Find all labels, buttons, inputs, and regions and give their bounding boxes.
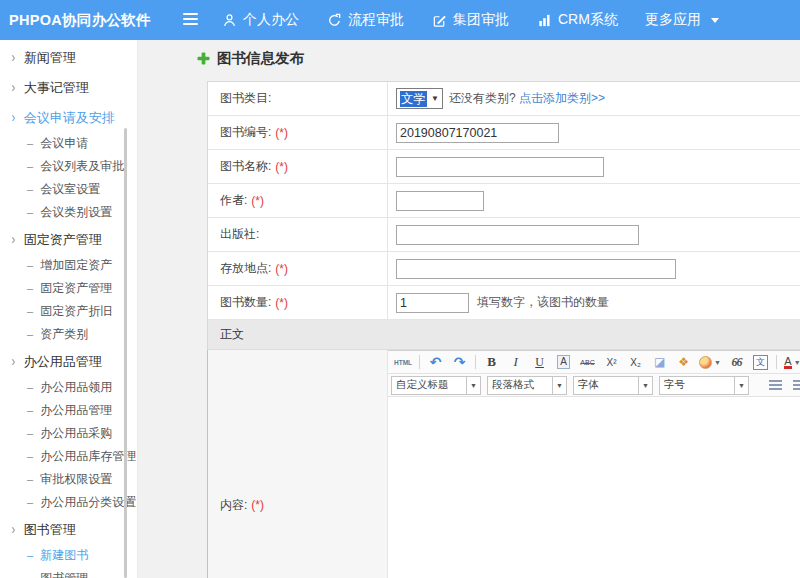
paste-text-button[interactable]: 文: [749, 352, 772, 372]
undo-button[interactable]: ↶: [424, 352, 447, 372]
chevron-right-icon: ›: [11, 102, 15, 132]
top-nav-item-5[interactable]: 更多应用: [645, 11, 719, 29]
sidebar-item-6[interactable]: –会议室设置: [0, 178, 137, 201]
hamburger-menu-icon[interactable]: [183, 13, 198, 28]
author-input[interactable]: [396, 191, 484, 211]
publisher-input[interactable]: [396, 225, 639, 245]
subscript-button[interactable]: X₂: [624, 352, 647, 372]
book-publish-form: 图书类目: 文学 ▼ 还没有类别? 点击添加类别>> 图书编号:(*)图书名称:…: [207, 81, 800, 578]
select-caret-icon: ▼: [552, 377, 566, 394]
font-color-button[interactable]: A▼: [781, 352, 800, 372]
sidebar-item-1[interactable]: ›新闻管理: [0, 42, 137, 72]
sidebar-scrollbar[interactable]: [124, 128, 127, 578]
sidebar-item-12[interactable]: –资产类别: [0, 323, 137, 346]
eraser-icon: ◪: [654, 355, 665, 369]
dash-icon: –: [27, 155, 33, 178]
form-row-book-name: 图书名称:(*): [208, 150, 800, 184]
format-brush-icon: ❖: [678, 355, 689, 369]
category-select[interactable]: 文学 ▼: [396, 88, 443, 109]
top-nav-item-4[interactable]: CRM系统: [536, 11, 618, 29]
sidebar-item-18[interactable]: –审批权限设置: [0, 468, 137, 491]
form-row-quantity: 图书数量:(*)填写数字，该图书的数量: [208, 286, 800, 320]
strikethrough-button[interactable]: ABC: [576, 352, 599, 372]
sidebar-item-14[interactable]: –办公用品领用: [0, 376, 137, 399]
add-category-link[interactable]: 点击添加类别>>: [519, 91, 605, 105]
chevron-right-icon: ›: [11, 42, 15, 72]
sidebar-item-9[interactable]: –增加固定资产: [0, 254, 137, 277]
quantity-label: 图书数量:: [220, 294, 271, 311]
form-row-book-number: 图书编号:(*): [208, 116, 800, 150]
eraser-button[interactable]: ◪: [648, 352, 671, 372]
sidebar-item-11[interactable]: –固定资产折旧: [0, 300, 137, 323]
top-nav-item-3[interactable]: 集团审批: [431, 11, 509, 29]
dash-icon: –: [27, 201, 33, 224]
sidebar-item-13[interactable]: ›办公用品管理: [0, 346, 137, 376]
select-caret-icon: ▼: [431, 94, 439, 103]
format-brush-button[interactable]: ❖: [672, 352, 695, 372]
editor-toolbar-row1: HTML↶↷BIUAABCX²X₂◪❖▼66文A▼✎▼▼▼: [388, 351, 800, 374]
rich-text-editor: HTML↶↷BIUAABCX²X₂◪❖▼66文A▼✎▼▼▼ 自定义标题▼段落格式…: [388, 350, 800, 578]
sidebar-item-4[interactable]: –会议申请: [0, 132, 137, 155]
align-center-button[interactable]: [788, 375, 800, 395]
top-nav: 个人办公流程审批集团审批CRM系统更多应用: [221, 0, 719, 40]
html-source-button[interactable]: HTML: [391, 352, 415, 372]
sidebar-item-16[interactable]: –办公用品采购: [0, 422, 137, 445]
subscript-icon: X₂: [630, 357, 641, 368]
sidebar-item-21[interactable]: –新建图书: [0, 544, 137, 567]
form-row-location: 存放地点:(*): [208, 252, 800, 286]
sidebar-item-5[interactable]: –会议列表及审批: [0, 155, 137, 178]
sidebar-item-8[interactable]: ›固定资产管理: [0, 224, 137, 254]
required-mark: (*): [275, 262, 288, 276]
sidebar-item-label: 办公用品采购: [40, 426, 112, 440]
sidebar-item-10[interactable]: –固定资产管理: [0, 277, 137, 300]
underline-button[interactable]: U: [528, 352, 551, 372]
sidebar-item-label: 增加固定资产: [40, 258, 112, 272]
superscript-button[interactable]: X²: [600, 352, 623, 372]
sidebar: ›新闻管理›大事记管理›会议申请及安排–会议申请–会议列表及审批–会议室设置–会…: [0, 40, 138, 578]
sidebar-item-2[interactable]: ›大事记管理: [0, 72, 137, 102]
sidebar-item-19[interactable]: –办公用品分类设置: [0, 491, 137, 514]
sidebar-item-7[interactable]: –会议类别设置: [0, 201, 137, 224]
paragraph-format-select[interactable]: 段落格式▼: [487, 376, 567, 395]
approval-edit-icon: [431, 12, 447, 28]
italic-button[interactable]: I: [504, 352, 527, 372]
category-label: 图书类目:: [220, 90, 271, 107]
font-style-box-button[interactable]: A: [552, 352, 575, 372]
dash-icon: –: [27, 491, 33, 514]
font-family-select-value: 字体: [578, 378, 634, 392]
book-name-label: 图书名称:: [220, 158, 271, 175]
top-nav-item-2[interactable]: 流程审批: [326, 11, 404, 29]
select-caret-icon: ▼: [466, 377, 480, 394]
required-mark: (*): [275, 296, 288, 310]
book-number-input[interactable]: [396, 123, 559, 143]
sidebar-item-label: 审批权限设置: [40, 472, 112, 486]
bold-button[interactable]: B: [480, 352, 503, 372]
blockquote-button[interactable]: 66: [725, 352, 748, 372]
paragraph-format-select-value: 段落格式: [492, 378, 548, 392]
font-size-select[interactable]: 字号▼: [659, 376, 749, 395]
quantity-input[interactable]: [396, 293, 469, 313]
custom-heading-select[interactable]: 自定义标题▼: [391, 376, 481, 395]
editor-content[interactable]: [388, 397, 800, 578]
caret-down-icon: [711, 18, 719, 23]
book-name-input[interactable]: [396, 157, 604, 177]
sidebar-item-22[interactable]: –图书管理: [0, 567, 137, 578]
redo-button[interactable]: ↷: [448, 352, 471, 372]
html-source-icon: HTML: [394, 359, 412, 366]
sidebar-item-20[interactable]: ›图书管理: [0, 514, 137, 544]
sidebar-item-label: 新建图书: [40, 548, 88, 562]
font-family-select[interactable]: 字体▼: [573, 376, 653, 395]
app-logo[interactable]: PHPOA协同办公软件: [9, 0, 151, 40]
color-palette-button[interactable]: ▼: [696, 352, 724, 372]
sidebar-item-label: 办公用品库存管理: [40, 449, 136, 463]
sidebar-item-17[interactable]: –办公用品库存管理: [0, 445, 137, 468]
top-nav-item-1[interactable]: 个人办公: [221, 11, 299, 29]
select-caret-icon: ▼: [734, 377, 748, 394]
sidebar-item-label: 固定资产管理: [24, 232, 102, 247]
dash-icon: –: [27, 445, 33, 468]
sidebar-item-15[interactable]: –办公用品管理: [0, 399, 137, 422]
align-left-button[interactable]: [764, 375, 787, 395]
location-input[interactable]: [396, 259, 676, 279]
top-nav-label: 流程审批: [348, 11, 404, 29]
sidebar-item-3[interactable]: ›会议申请及安排: [0, 102, 137, 132]
